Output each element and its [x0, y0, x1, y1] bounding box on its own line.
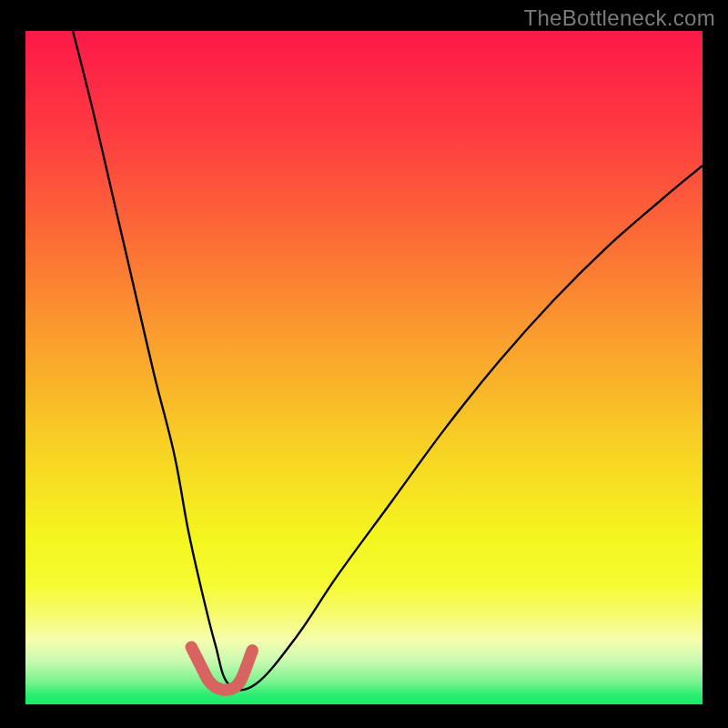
- watermark-text: TheBottleneck.com: [523, 5, 715, 31]
- curve-layer: [25, 31, 703, 704]
- chart-frame: TheBottleneck.com: [0, 0, 728, 728]
- bottleneck-curve: [73, 31, 703, 690]
- plot-area: [25, 31, 703, 704]
